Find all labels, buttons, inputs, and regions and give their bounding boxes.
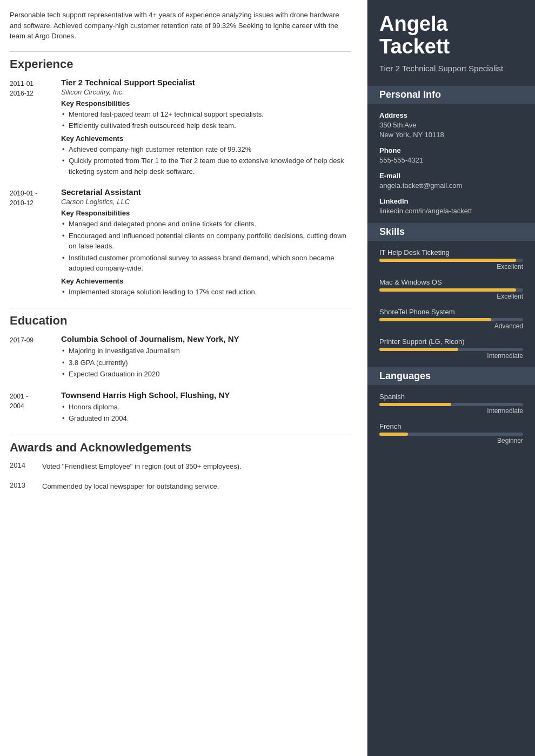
school-name: Columbia School of Journalism, New York,… xyxy=(61,334,351,343)
awards-divider xyxy=(10,435,351,435)
skill-name: Mac & Windows OS xyxy=(379,278,523,286)
achievements-list: Achieved company-high customer retention… xyxy=(61,144,351,177)
summary-text: Personable tech support representative w… xyxy=(10,10,351,42)
candidate-role: Tier 2 Technical Support Specialist xyxy=(379,63,523,74)
edu-detail: Townsend Harris High School, Flushing, N… xyxy=(61,390,351,425)
skill-item: ShoreTel Phone System Advanced xyxy=(379,308,523,330)
list-item: Quickly promoted from Tier 1 to the Tier… xyxy=(61,156,351,177)
experience-item: 2010-01 - 2010-12 Secretarial Assistant … xyxy=(10,187,351,298)
list-item: Managed and delegated phone and online t… xyxy=(61,219,351,230)
lang-name: Spanish xyxy=(379,393,523,401)
skills-title: Skills xyxy=(367,223,535,241)
skill-level-label: Excellent xyxy=(379,263,523,271)
list-item: Achieved company-high customer retention… xyxy=(61,144,351,155)
lang-bar-bg xyxy=(379,433,523,436)
email-value: angela.tackett@gmail.com xyxy=(379,181,523,191)
linkedin-block: LinkedIn linkedin.com/in/angela-tackett xyxy=(379,197,523,216)
skill-bar-fill xyxy=(379,288,516,292)
list-item: Graduated in 2004. xyxy=(61,413,351,424)
resume-container: Personable tech support representative w… xyxy=(0,0,535,756)
skill-name: ShoreTel Phone System xyxy=(379,308,523,316)
lang-level-label: Intermediate xyxy=(379,407,523,415)
list-item: Efficiently cultivated fresh outsourced … xyxy=(61,120,351,131)
address-block: Address 350 5th Ave New York, NY 10118 xyxy=(379,111,523,140)
right-column: Angela Tackett Tier 2 Technical Support … xyxy=(367,0,535,756)
job-date: 2011-01 - 2016-12 xyxy=(10,78,61,178)
languages-title: Languages xyxy=(367,367,535,385)
skill-bar-bg xyxy=(379,348,523,351)
list-item: Instituted customer promotional survey t… xyxy=(61,253,351,274)
list-item: Expected Graduation in 2020 xyxy=(61,369,351,380)
edu-date: 2017-09 xyxy=(10,334,61,381)
skill-bar-fill xyxy=(379,348,458,351)
linkedin-label: LinkedIn xyxy=(379,197,523,205)
skill-level-label: Intermediate xyxy=(379,352,523,360)
list-item: Honors diploma. xyxy=(61,402,351,413)
company-name: Carson Logistics, LLC xyxy=(61,198,351,206)
award-item: 2013Commended by local newspaper for out… xyxy=(10,481,351,492)
job-detail: Secretarial Assistant Carson Logistics, … xyxy=(61,187,351,298)
experience-item: 2011-01 - 2016-12 Tier 2 Technical Suppo… xyxy=(10,78,351,178)
edu-bullets: Honors diploma.Graduated in 2004. xyxy=(61,402,351,424)
list-item: Implemented storage solution leading to … xyxy=(61,287,351,298)
skill-name: IT Help Desk Ticketing xyxy=(379,248,523,256)
education-list: 2017-09 Columbia School of Journalism, N… xyxy=(10,334,351,425)
email-label: E-mail xyxy=(379,172,523,180)
education-divider xyxy=(10,308,351,308)
achievements-heading: Key Achievements xyxy=(61,277,351,285)
award-text: Voted "Friendliest Employee" in region (… xyxy=(42,461,242,472)
languages-list: Spanish Intermediate French Beginner xyxy=(379,393,523,444)
edu-bullets: Majoring in Investigative Journalism3.8 … xyxy=(61,346,351,380)
awards-section-title: Awards and Acknowledgements xyxy=(10,441,351,455)
job-title: Tier 2 Technical Support Specialist xyxy=(61,78,351,87)
skill-name: Printer Support (LG, Ricoh) xyxy=(379,338,523,346)
list-item: 3.8 GPA (currently) xyxy=(61,357,351,368)
personal-info-title: Personal Info xyxy=(367,86,535,104)
award-text: Commended by local newspaper for outstan… xyxy=(42,481,219,492)
job-title: Secretarial Assistant xyxy=(61,187,351,197)
email-block: E-mail angela.tackett@gmail.com xyxy=(379,172,523,191)
left-column: Personable tech support representative w… xyxy=(0,0,367,756)
edu-date: 2001 - 2004 xyxy=(10,390,61,425)
skill-bar-fill xyxy=(379,259,516,262)
lang-name: French xyxy=(379,422,523,430)
experience-section-title: Experience xyxy=(10,57,351,71)
achievements-heading: Key Achievements xyxy=(61,134,351,143)
lang-bar-fill xyxy=(379,403,451,406)
linkedin-value: linkedin.com/in/angela-tackett xyxy=(379,206,523,216)
lang-bar-bg xyxy=(379,403,523,406)
award-year: 2013 xyxy=(10,481,42,492)
responsibilities-heading: Key Responsibilities xyxy=(61,209,351,217)
lang-level-label: Beginner xyxy=(379,437,523,444)
list-item: Encouraged and influenced potential clie… xyxy=(61,231,351,252)
language-item: Spanish Intermediate xyxy=(379,393,523,415)
phone-value: 555-555-4321 xyxy=(379,156,523,165)
skill-item: Mac & Windows OS Excellent xyxy=(379,278,523,300)
name-title-block: Angela Tackett Tier 2 Technical Support … xyxy=(379,13,523,74)
education-item: 2017-09 Columbia School of Journalism, N… xyxy=(10,334,351,381)
address-value: 350 5th Ave New York, NY 10118 xyxy=(379,120,523,140)
list-item: Mentored fast-paced team of 12+ technica… xyxy=(61,109,351,120)
lang-bar-fill xyxy=(379,433,408,436)
skill-level-label: Excellent xyxy=(379,293,523,300)
school-name: Townsend Harris High School, Flushing, N… xyxy=(61,390,351,400)
job-date: 2010-01 - 2010-12 xyxy=(10,187,61,298)
candidate-name: Angela Tackett xyxy=(379,13,523,58)
skill-bar-bg xyxy=(379,259,523,262)
responsibilities-list: Mentored fast-paced team of 12+ technica… xyxy=(61,109,351,131)
experience-divider xyxy=(10,51,351,52)
skill-bar-bg xyxy=(379,288,523,292)
skill-level-label: Advanced xyxy=(379,322,523,330)
phone-block: Phone 555-555-4321 xyxy=(379,146,523,165)
responsibilities-heading: Key Responsibilities xyxy=(61,99,351,107)
skill-item: IT Help Desk Ticketing Excellent xyxy=(379,248,523,271)
achievements-list: Implemented storage solution leading to … xyxy=(61,287,351,298)
job-detail: Tier 2 Technical Support Specialist Sili… xyxy=(61,78,351,178)
list-item: Majoring in Investigative Journalism xyxy=(61,346,351,356)
responsibilities-list: Managed and delegated phone and online t… xyxy=(61,219,351,274)
skill-item: Printer Support (LG, Ricoh) Intermediate xyxy=(379,338,523,360)
experience-list: 2011-01 - 2016-12 Tier 2 Technical Suppo… xyxy=(10,78,351,299)
award-item: 2014Voted "Friendliest Employee" in regi… xyxy=(10,461,351,472)
education-section-title: Education xyxy=(10,314,351,328)
edu-detail: Columbia School of Journalism, New York,… xyxy=(61,334,351,381)
